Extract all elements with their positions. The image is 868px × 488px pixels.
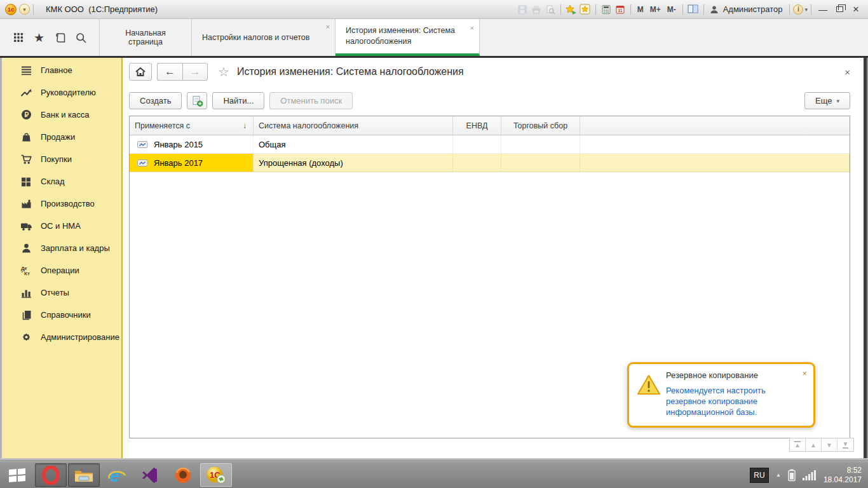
column-header-applies-from[interactable]: Применяется с ↓ <box>130 116 254 135</box>
battery-icon[interactable] <box>788 469 796 482</box>
favorite-star-icon[interactable]: ☆ <box>218 64 229 79</box>
bar-chart-icon <box>20 288 32 298</box>
system-menu-button[interactable]: ▾ <box>19 4 30 15</box>
sidebar-item-operations[interactable]: ДтКт Операции <box>2 259 121 281</box>
cancel-search-button: Отменить поиск <box>269 92 353 109</box>
tab-label: Начальная страница <box>110 29 181 46</box>
user-icon <box>707 3 721 17</box>
add-favorite-icon[interactable] <box>564 3 578 17</box>
sidebar-item-fixed-assets[interactable]: ОС и НМА <box>2 215 121 237</box>
column-header-envd[interactable]: ЕНВД <box>453 116 501 135</box>
close-window-button[interactable]: × <box>848 3 864 17</box>
sidebar-item-label: Руководителю <box>41 88 96 97</box>
divider <box>33 4 34 15</box>
cell-tax-system: Общая <box>254 135 453 153</box>
tab-tax-settings[interactable]: Настройки налогов и отчетов × <box>192 19 336 56</box>
taskbar-ie-button[interactable]: e <box>101 463 133 487</box>
sidebar-item-main[interactable]: Главное <box>2 59 121 81</box>
form-close-button[interactable]: × <box>844 67 850 78</box>
table-row[interactable]: Январь 2015 Общая <box>130 135 850 154</box>
factory-icon <box>20 198 32 209</box>
notification-link[interactable]: Рекомендуется настроить резервное копиро… <box>666 385 796 417</box>
1c-app-icon[interactable]: 1с <box>5 4 17 15</box>
table-scroll-buttons: ▲ ▲ ▼ ▼ <box>789 438 854 452</box>
create-button[interactable]: Создать <box>129 92 182 109</box>
split-window-icon[interactable] <box>686 3 700 17</box>
sidebar-item-manager[interactable]: Руководителю <box>2 81 121 104</box>
tab-change-history[interactable]: История изменения: Система налогообложен… <box>336 19 480 56</box>
scroll-down-button[interactable]: ▼ <box>822 438 837 451</box>
sidebar-item-administration[interactable]: Администрирование <box>2 326 121 348</box>
calendar-icon[interactable]: 31 <box>613 3 627 17</box>
sidebar-item-label: Справочники <box>41 310 91 320</box>
info-dropdown-icon[interactable]: ▾ <box>804 6 808 13</box>
scroll-to-top-button[interactable]: ▲ <box>790 438 806 451</box>
column-header-tax-system[interactable]: Система налогообложения <box>254 116 453 135</box>
calculator-icon[interactable] <box>599 3 613 17</box>
sidebar-item-salary-hr[interactable]: Зарплата и кадры <box>2 237 121 259</box>
cell-trade-fee <box>501 154 580 172</box>
scroll-up-button[interactable]: ▲ <box>806 438 822 451</box>
info-icon[interactable]: i <box>793 4 803 15</box>
tab-bar: ★ Начальная страница Настройки налогов и… <box>0 19 868 56</box>
taskbar-explorer-button[interactable] <box>68 463 100 487</box>
sidebar-item-bank-cash[interactable]: Банк и касса <box>2 104 121 126</box>
minimize-button[interactable]: — <box>815 3 831 17</box>
network-signal-icon[interactable] <box>803 470 817 481</box>
more-button[interactable]: Еще ▾ <box>804 92 850 109</box>
form-toolbar: Создать Найти... Отменить поиск Еще ▾ <box>129 92 850 109</box>
history-scroll-icon[interactable] <box>52 30 67 45</box>
language-indicator[interactable]: RU <box>750 468 769 483</box>
column-header-trade-fee[interactable]: Торговый сбор <box>501 116 580 135</box>
trend-icon <box>20 87 32 98</box>
forward-button[interactable]: → <box>182 63 208 81</box>
notification-close-icon[interactable]: × <box>802 369 807 378</box>
back-button[interactable]: ← <box>157 63 182 81</box>
backup-notification[interactable]: Резервное копирование × Рекомендуется на… <box>627 362 815 428</box>
start-button[interactable] <box>0 462 34 488</box>
taskbar-1c-button[interactable]: 1С <box>200 463 232 487</box>
window-titlebar: 1с ▾ КМК ООО (1С:Предприятие) <box>0 0 868 19</box>
tray-expand-icon[interactable]: ▲ <box>776 472 781 478</box>
scroll-to-bottom-button[interactable]: ▼ <box>837 438 853 451</box>
restore-icon <box>836 6 843 12</box>
find-button[interactable]: Найти... <box>212 92 264 109</box>
taskbar-browser-button[interactable] <box>167 463 199 487</box>
restore-button[interactable] <box>831 3 848 17</box>
sidebar-item-sales[interactable]: Продажи <box>2 126 121 148</box>
cell-text: Январь 2015 <box>154 140 203 149</box>
memory-add-button[interactable]: M+ <box>647 5 664 14</box>
sidebar-item-label: Склад <box>41 177 65 186</box>
ruble-icon <box>20 109 32 120</box>
sidebar-item-warehouse[interactable]: Склад <box>2 170 121 193</box>
taskbar-visualstudio-button[interactable] <box>134 463 166 487</box>
memory-store-button[interactable]: M <box>634 5 647 14</box>
menu-lines-icon <box>20 65 32 76</box>
print-icon[interactable] <box>529 3 543 17</box>
sidebar-item-directories[interactable]: Справочники <box>2 304 121 326</box>
sidebar-item-purchases[interactable]: Покупки <box>2 148 121 170</box>
more-label: Еще <box>815 96 832 105</box>
print-preview-icon[interactable] <box>543 3 557 17</box>
cell-tax-system: Упрощенная (доходы) <box>254 154 453 172</box>
save-icon[interactable] <box>515 3 529 17</box>
sidebar-item-production[interactable]: Производство <box>2 193 121 215</box>
favorites-star-icon[interactable]: ★ <box>32 30 47 45</box>
table-row-selected[interactable]: Январь 2017 Упрощенная (доходы) <box>130 154 850 172</box>
sidebar-item-label: Продажи <box>41 132 75 142</box>
taskbar-opera-button[interactable] <box>35 463 67 487</box>
search-icon[interactable] <box>73 30 88 45</box>
functions-menu-icon[interactable] <box>11 30 26 45</box>
tab-home-page[interactable]: Начальная страница <box>99 19 192 56</box>
tab-close-icon[interactable]: × <box>470 23 474 34</box>
home-button[interactable] <box>129 63 152 81</box>
caret-down-icon: ▾ <box>836 98 839 104</box>
scroll-bottom-icon: ▼ <box>843 441 849 449</box>
favorites-icon[interactable] <box>578 3 592 17</box>
clock[interactable]: 8:52 18.04.2017 <box>824 466 862 485</box>
memory-subtract-button[interactable]: M- <box>664 5 679 14</box>
svg-text:e: e <box>110 466 120 485</box>
copy-button[interactable] <box>187 92 207 109</box>
sidebar-item-reports[interactable]: Отчеты <box>2 281 121 304</box>
tab-close-icon[interactable]: × <box>326 23 330 30</box>
